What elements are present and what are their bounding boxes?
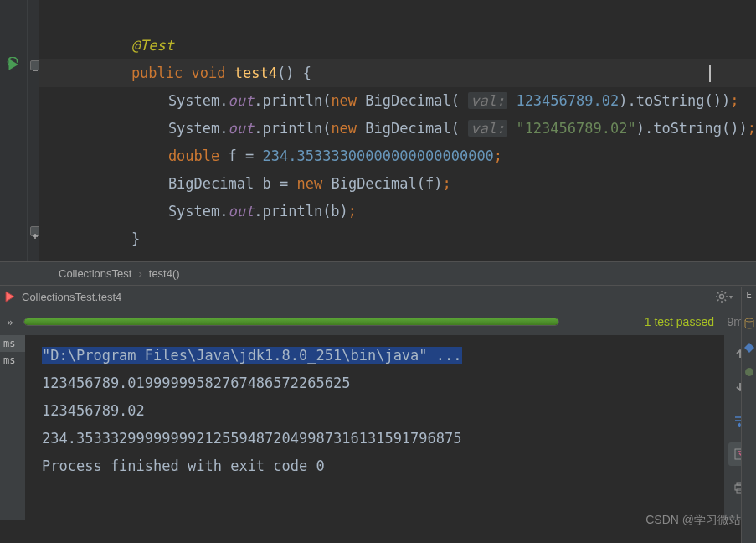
- console-line: 123456789.02: [42, 397, 707, 425]
- gutter-left: [0, 0, 28, 261]
- db-icon[interactable]: [743, 318, 755, 329]
- console-line: 123456789.01999999582767486572265625: [42, 370, 707, 397]
- svg-point-5: [745, 318, 753, 322]
- method-name: test4: [234, 65, 277, 81]
- annotation: @Test: [131, 37, 174, 54]
- output-area: ms ms "D:\Program Files\Java\jdk1.8.0_25…: [0, 335, 756, 520]
- run-config-title: CollectionsTest.test4: [22, 291, 121, 303]
- gutter-fold: [28, 0, 40, 261]
- svg-point-6: [745, 368, 753, 376]
- fold-close-icon[interactable]: [30, 226, 40, 236]
- ms-tab[interactable]: ms: [0, 352, 25, 369]
- kw-public: public: [131, 65, 183, 81]
- breadcrumb-method[interactable]: test4(): [149, 267, 180, 280]
- progress-fill: [24, 318, 558, 325]
- param-hint: val:: [468, 92, 507, 109]
- console-exit: Process finished with exit code 0: [42, 452, 707, 480]
- ms-tab-active[interactable]: ms: [0, 335, 25, 352]
- kw-void: void: [192, 65, 226, 81]
- test-status: 1 test passed – 9ms: [645, 315, 749, 328]
- watermark: CSDN @学习微站: [645, 513, 741, 528]
- bean-icon[interactable]: [743, 366, 755, 378]
- breadcrumb-sep-icon: ›: [138, 267, 141, 280]
- run-tool-header: CollectionsTest.test4 ▾: [0, 285, 756, 308]
- diamond-icon[interactable]: [743, 342, 755, 354]
- cursor: [709, 65, 711, 82]
- run-config-icon[interactable]: [3, 290, 17, 303]
- far-right-label: E: [742, 290, 756, 301]
- fold-open-icon[interactable]: [30, 60, 40, 70]
- test-progress-bar: » 1 test passed – 9ms: [0, 308, 756, 335]
- progress-bar: [23, 318, 559, 326]
- expand-icon[interactable]: »: [7, 316, 13, 328]
- console-output[interactable]: "D:\Program Files\Java\jdk1.8.0_251\bin\…: [25, 335, 724, 520]
- editor-area: @Test public void test4() { System.out.p…: [0, 0, 756, 261]
- output-left-tabs: ms ms: [0, 335, 25, 520]
- far-right-strip: E: [741, 287, 756, 543]
- gear-icon[interactable]: ▾: [712, 287, 734, 306]
- code-area[interactable]: @Test public void test4() { System.out.p…: [39, 0, 756, 261]
- run-test-icon[interactable]: [5, 57, 20, 72]
- svg-point-0: [719, 295, 723, 299]
- console-command: "D:\Program Files\Java\jdk1.8.0_251\bin\…: [42, 347, 462, 364]
- param-hint: val:: [468, 120, 507, 137]
- console-line: 234.353332999999992125594872049987316131…: [42, 425, 707, 452]
